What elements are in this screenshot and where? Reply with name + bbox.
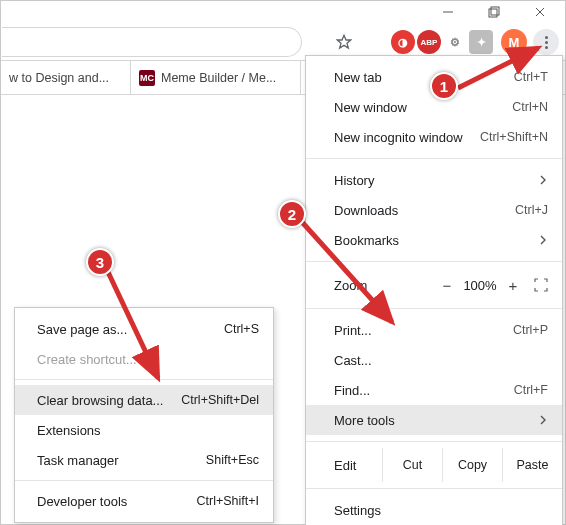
fullscreen-button[interactable] — [530, 274, 552, 296]
menu-shortcut: Shift+Esc — [206, 453, 259, 467]
menu-more-tools[interactable]: More tools — [306, 405, 562, 435]
extensions-row: ◑ ABP ⚙ ✦ M — [391, 29, 561, 55]
menu-label: Downloads — [334, 203, 398, 218]
chevron-right-icon — [538, 173, 548, 188]
menu-edit-row: Edit Cut Copy Paste — [306, 448, 562, 482]
vertical-dots-icon — [545, 36, 548, 49]
extension-abp-icon[interactable]: ABP — [417, 30, 441, 54]
menu-shortcut: Ctrl+F — [514, 383, 548, 397]
menu-find[interactable]: Find... Ctrl+F — [306, 375, 562, 405]
menu-shortcut: Ctrl+Shift+Del — [181, 393, 259, 407]
menu-separator — [15, 379, 273, 380]
edit-copy-button[interactable]: Copy — [442, 448, 502, 482]
menu-shortcut: Ctrl+Shift+N — [480, 130, 548, 144]
menu-label: New incognito window — [334, 130, 463, 145]
menu-label: Find... — [334, 383, 370, 398]
zoom-in-button[interactable]: + — [502, 277, 524, 294]
favicon-icon: MC — [139, 70, 155, 86]
edit-paste-button[interactable]: Paste — [502, 448, 562, 482]
menu-label: New window — [334, 100, 407, 115]
more-tools-submenu: Save page as... Ctrl+S Create shortcut..… — [14, 307, 274, 523]
menu-label: Print... — [334, 323, 372, 338]
zoom-label: Zoom — [334, 278, 367, 293]
menu-label: Settings — [334, 503, 381, 518]
chevron-right-icon — [538, 233, 548, 248]
menu-downloads[interactable]: Downloads Ctrl+J — [306, 195, 562, 225]
menu-label: Cast... — [334, 353, 372, 368]
annotation-badge-1: 1 — [430, 72, 458, 100]
submenu-developer-tools[interactable]: Developer tools Ctrl+Shift+I — [15, 486, 273, 516]
window-restore-button[interactable] — [471, 1, 517, 23]
menu-label: More tools — [334, 413, 395, 428]
menu-shortcut: Ctrl+Shift+I — [196, 494, 259, 508]
menu-label: New tab — [334, 70, 382, 85]
bookmark-star-icon[interactable] — [335, 33, 353, 51]
window-minimize-button[interactable] — [425, 1, 471, 23]
submenu-extensions[interactable]: Extensions — [15, 415, 273, 445]
menu-print[interactable]: Print... Ctrl+P — [306, 315, 562, 345]
zoom-value: 100% — [458, 278, 502, 293]
submenu-create-shortcut[interactable]: Create shortcut... — [15, 344, 273, 374]
menu-shortcut: Ctrl+N — [512, 100, 548, 114]
svg-rect-1 — [489, 9, 497, 17]
menu-separator — [306, 158, 562, 159]
profile-avatar[interactable]: M — [501, 29, 527, 55]
chrome-menu-button[interactable] — [533, 29, 559, 55]
chrome-main-menu: New tab Ctrl+T New window Ctrl+N New inc… — [305, 55, 563, 525]
menu-separator — [306, 441, 562, 442]
bookmark-item[interactable]: MC Meme Builder / Me... — [131, 61, 301, 95]
menu-shortcut: Ctrl+S — [224, 322, 259, 336]
bookmark-item[interactable]: w to Design and... — [1, 61, 131, 95]
menu-label: Create shortcut... — [37, 352, 137, 367]
titlebar — [1, 1, 565, 23]
submenu-clear-browsing-data[interactable]: Clear browsing data... Ctrl+Shift+Del — [15, 385, 273, 415]
chevron-right-icon — [538, 413, 548, 428]
menu-separator — [306, 488, 562, 489]
menu-settings[interactable]: Settings — [306, 495, 562, 525]
menu-history[interactable]: History — [306, 165, 562, 195]
menu-bookmarks[interactable]: Bookmarks — [306, 225, 562, 255]
svg-rect-2 — [491, 7, 499, 15]
annotation-badge-3: 3 — [86, 248, 114, 276]
menu-label: Task manager — [37, 453, 119, 468]
menu-cast[interactable]: Cast... — [306, 345, 562, 375]
edit-label: Edit — [334, 458, 382, 473]
bookmark-label: Meme Builder / Me... — [161, 71, 276, 85]
menu-label: Extensions — [37, 423, 101, 438]
extension-ublock-icon[interactable]: ◑ — [391, 30, 415, 54]
annotation-badge-2: 2 — [278, 200, 306, 228]
menu-label: Clear browsing data... — [37, 393, 163, 408]
menu-zoom-row: Zoom − 100% + — [306, 268, 562, 302]
menu-separator — [306, 261, 562, 262]
submenu-task-manager[interactable]: Task manager Shift+Esc — [15, 445, 273, 475]
menu-label: Save page as... — [37, 322, 127, 337]
menu-shortcut: Ctrl+T — [514, 70, 548, 84]
extension-gears-icon[interactable]: ⚙ — [443, 30, 467, 54]
menu-new-incognito[interactable]: New incognito window Ctrl+Shift+N — [306, 122, 562, 152]
menu-shortcut: Ctrl+J — [515, 203, 548, 217]
zoom-out-button[interactable]: − — [436, 277, 458, 294]
menu-label: History — [334, 173, 374, 188]
browser-window: ◑ ABP ⚙ ✦ M w to Design and... MC Meme B… — [0, 0, 566, 525]
window-close-button[interactable] — [517, 1, 563, 23]
submenu-save-page[interactable]: Save page as... Ctrl+S — [15, 314, 273, 344]
menu-separator — [306, 308, 562, 309]
menu-label: Developer tools — [37, 494, 127, 509]
bookmark-label: w to Design and... — [9, 71, 109, 85]
svg-marker-5 — [337, 35, 350, 48]
menu-shortcut: Ctrl+P — [513, 323, 548, 337]
extension-grey-icon[interactable]: ✦ — [469, 30, 493, 54]
menu-separator — [15, 480, 273, 481]
omnibox[interactable] — [2, 27, 302, 57]
edit-cut-button[interactable]: Cut — [382, 448, 442, 482]
menu-label: Bookmarks — [334, 233, 399, 248]
